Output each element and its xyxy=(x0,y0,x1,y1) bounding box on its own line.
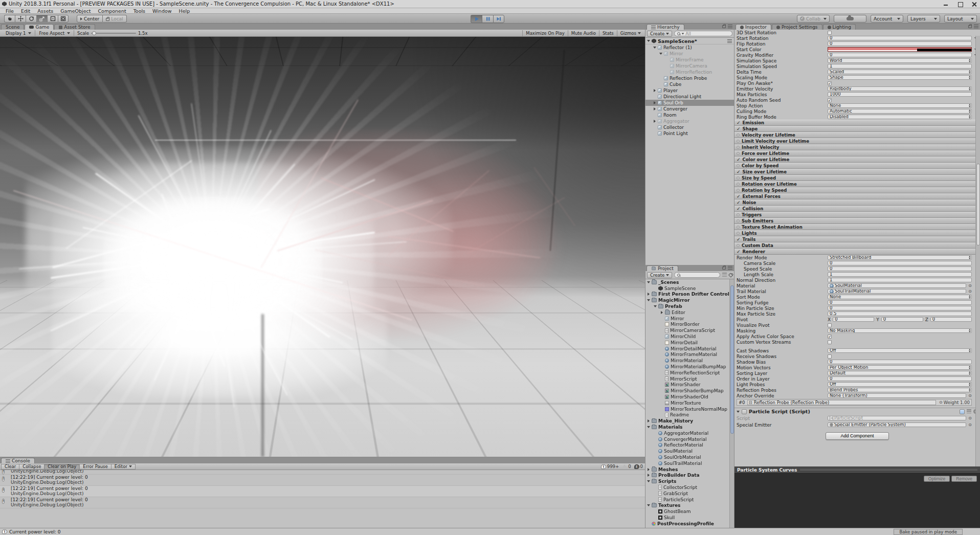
value-field[interactable]: 0 xyxy=(828,36,972,40)
project-item-samplescene[interactable]: SampleScene xyxy=(645,285,734,292)
foldout-icon[interactable] xyxy=(647,299,650,301)
object-picker-icon[interactable]: ⊙ xyxy=(968,283,972,288)
module-triggers[interactable]: Triggers xyxy=(734,212,980,218)
project-item-reflectormaterial[interactable]: ReflectorMaterial xyxy=(645,442,734,449)
hierarchy-item-mirrorreflection[interactable]: MirrorReflection xyxy=(645,69,734,75)
foldout-icon[interactable] xyxy=(660,311,663,314)
hierarchy-item-converger[interactable]: Converger xyxy=(645,106,734,112)
menu-edit[interactable]: Edit xyxy=(17,8,34,14)
console-button-clear-on-play[interactable]: Clear on Play xyxy=(44,464,79,470)
module-checkbox[interactable] xyxy=(737,176,740,180)
warning-count[interactable]: 0 xyxy=(622,464,631,469)
account-button[interactable]: Account xyxy=(871,15,903,23)
console-button-collapse[interactable]: Collapse xyxy=(19,464,44,470)
maximize-icon[interactable] xyxy=(957,2,963,7)
hierarchy-item-player[interactable]: Player xyxy=(645,87,734,94)
probe-object-field[interactable]: ⊟Reflection Probe (Reflection Probe) xyxy=(747,400,937,405)
lock-icon[interactable] xyxy=(722,25,726,28)
module-checkbox[interactable]: ✓ xyxy=(737,127,741,131)
project-item-mirrortexture[interactable]: MirrorTexture xyxy=(645,400,734,406)
checkbox[interactable] xyxy=(828,31,832,35)
value-field[interactable]: 1 xyxy=(828,278,972,282)
play-button[interactable] xyxy=(471,15,482,23)
lock-icon[interactable] xyxy=(722,266,726,270)
project-item-mirrorshaderbumpmap[interactable]: SMirrorShaderBumpMap xyxy=(645,388,734,394)
game-button-stats[interactable]: Stats xyxy=(599,30,617,36)
value-field[interactable]: 0 xyxy=(833,317,874,322)
hierarchy-create-button[interactable]: Create xyxy=(647,31,672,37)
module-sub-emitters[interactable]: Sub Emitters xyxy=(734,218,980,224)
dropdown[interactable]: Per Object Motion xyxy=(828,365,972,370)
project-item-textures[interactable]: Textures xyxy=(645,502,734,508)
module-checkbox[interactable]: ✓ xyxy=(737,170,741,174)
hierarchy-item-point-light[interactable]: Point Light xyxy=(645,130,734,137)
module-checkbox[interactable]: ✓ xyxy=(737,200,741,205)
menu-file[interactable]: File xyxy=(2,8,17,14)
dropdown[interactable]: Scaled xyxy=(828,70,972,74)
pivot-toggle-button[interactable]: Center xyxy=(77,15,103,23)
value-field[interactable]: 0 xyxy=(828,360,972,364)
foldout-icon[interactable] xyxy=(647,40,650,42)
foldout-icon[interactable] xyxy=(653,305,657,307)
foldout-icon[interactable] xyxy=(653,120,656,123)
module-limit-velocity-over-lifetime[interactable]: Limit Velocity over Lifetime xyxy=(734,138,980,144)
close-icon[interactable] xyxy=(972,2,977,7)
hierarchy-item-soul-orb[interactable]: Soul Orb xyxy=(645,100,734,106)
game-button-maximize-on-play[interactable]: Maximize On Play xyxy=(522,30,567,36)
hand-tool-icon[interactable] xyxy=(4,15,15,23)
project-item-skull[interactable]: Skull xyxy=(645,515,734,521)
collab-button[interactable]: ✓Collab xyxy=(797,15,830,23)
tab-game[interactable]: Game xyxy=(25,24,54,30)
foldout-icon[interactable] xyxy=(653,47,656,49)
foldout-icon[interactable] xyxy=(647,468,650,471)
display-dropdown[interactable]: Display 1 xyxy=(2,30,35,36)
status-bar[interactable]: ! Current power level: 0 Bake paused in … xyxy=(0,528,980,535)
dropdown[interactable]: No Masking xyxy=(828,328,972,333)
menu-window[interactable]: Window xyxy=(149,8,175,14)
layers-button[interactable]: Layers xyxy=(907,15,940,23)
module-checkbox[interactable]: ✓ xyxy=(737,207,741,211)
project-search-input[interactable] xyxy=(674,272,720,278)
project-item-mirrorreflectionscript[interactable]: MirrorReflectionScript xyxy=(645,370,734,376)
module-checkbox[interactable] xyxy=(737,219,740,222)
module-inherit-velocity[interactable]: Inherit Velocity xyxy=(734,144,980,150)
project-create-button[interactable]: Create xyxy=(647,272,672,278)
console-button-clear[interactable]: Clear xyxy=(1,464,19,470)
dropdown[interactable]: Disabled xyxy=(828,115,972,119)
project-item-mirrorshaderold[interactable]: SMirrorShaderOld xyxy=(645,394,734,400)
project-item-mirrorborder[interactable]: MirrorBorder xyxy=(645,322,734,328)
object-picker-icon[interactable]: ⊙ xyxy=(968,393,972,398)
project-item-meshes[interactable]: Meshes xyxy=(645,466,734,473)
menu-tools[interactable]: Tools xyxy=(130,8,149,14)
dropdown[interactable]: Off xyxy=(828,348,972,353)
project-item-mirrorframematerial[interactable]: MirrorFrameMaterial xyxy=(645,352,734,358)
search-by-label-icon[interactable] xyxy=(728,273,733,277)
project-item-mirrorscript[interactable]: MirrorScript xyxy=(645,376,734,382)
panel-menu-icon[interactable] xyxy=(974,25,978,28)
panel-menu-icon[interactable] xyxy=(728,266,732,270)
module-checkbox[interactable]: ✓ xyxy=(737,237,741,242)
value-field[interactable]: 0 xyxy=(930,317,972,322)
project-item-mirrordetail[interactable]: MirrorDetail xyxy=(645,340,734,346)
module-noise[interactable]: ✓Noise xyxy=(734,199,980,206)
console-button-error-pause[interactable]: Error Pause xyxy=(79,464,110,470)
menu-help[interactable]: Help xyxy=(175,8,194,14)
hierarchy-item-mirrorcamera[interactable]: MirrorCamera xyxy=(645,63,734,69)
object-field[interactable]: SoulTrailMaterial xyxy=(828,289,966,294)
dropdown[interactable]: Automatic xyxy=(828,109,972,114)
project-item-aggregatormaterial[interactable]: AggregatorMaterial xyxy=(645,430,734,436)
object-field[interactable]: None (Transform) xyxy=(828,393,966,398)
hierarchy-item-reflection-probe[interactable]: Reflection Probe xyxy=(645,75,734,81)
log-entry[interactable]: ![12:22:19] Current power level: 0UnityE… xyxy=(0,497,645,508)
module-color-by-speed[interactable]: Color by Speed xyxy=(734,163,980,169)
checkbox[interactable]: ✓ xyxy=(828,81,832,85)
step-button[interactable] xyxy=(493,15,504,23)
aspect-dropdown[interactable]: Free Aspect xyxy=(35,30,74,36)
module-checkbox[interactable] xyxy=(737,226,740,229)
project-item-soulmaterial[interactable]: SoulMaterial xyxy=(645,448,734,454)
panel-menu-icon[interactable] xyxy=(728,25,732,28)
module-color-over-lifetime[interactable]: ✓Color over Lifetime xyxy=(734,157,980,163)
checkbox[interactable] xyxy=(828,340,832,344)
project-item-mirrorchild[interactable]: MirrorChild xyxy=(645,333,734,340)
module-checkbox[interactable] xyxy=(737,189,740,192)
